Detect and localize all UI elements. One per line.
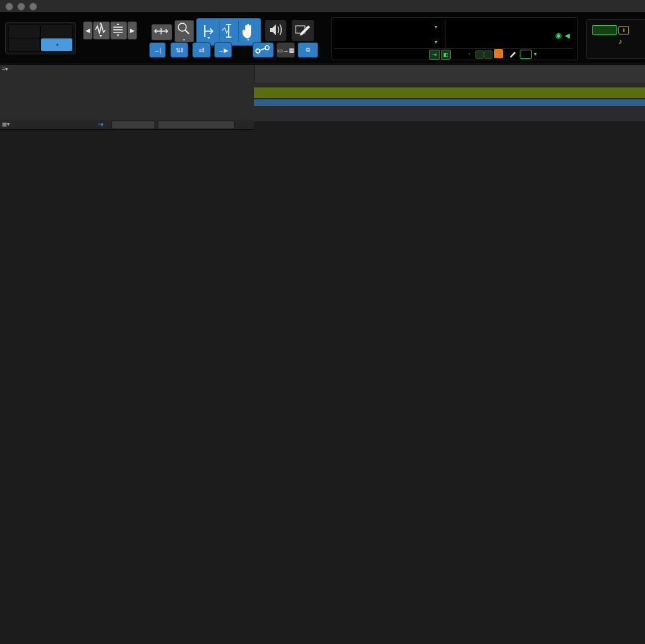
speaker-icon: [266, 21, 284, 39]
tempo-ruler-bar[interactable]: [254, 87, 645, 98]
chevron-down-icon[interactable]: ▼: [533, 52, 538, 56]
trim-tool-icon: [200, 21, 218, 41]
titlebar: [0, 0, 645, 13]
mode-shuffle-button[interactable]: [8, 25, 40, 38]
location-counters: ▼ ▼ ⇥ ◧ ◔ ▼: [331, 17, 578, 60]
grid-nudge-panel: ‖ ♪: [586, 19, 645, 59]
track-height-zoom-button[interactable]: [110, 21, 127, 40]
zoomer-icon: [152, 25, 170, 38]
grid-value-button[interactable]: [592, 25, 617, 35]
layered-editing-button[interactable]: ⧉: [298, 42, 318, 58]
chevron-down-icon: ▼: [247, 38, 250, 42]
link-icon: [253, 43, 272, 56]
grid-value-box[interactable]: [520, 50, 532, 59]
chevron-down-icon: ▼: [182, 38, 186, 42]
chevron-down-icon: ▼: [56, 43, 60, 47]
edit-group-icon[interactable]: ◔▾: [97, 121, 103, 128]
toolbar: ▼ ◀ ▶ ▼: [0, 13, 645, 64]
ruler-menu-icon[interactable]: ≡▾: [2, 66, 8, 72]
grabber-tool-button[interactable]: ▼: [238, 21, 258, 42]
zoom-preset-cluster: [82, 44, 141, 58]
mode-spot-button[interactable]: [40, 25, 73, 38]
pro-tools-edit-window: ▼ ◀ ▶ ▼: [0, 0, 645, 644]
timeline-insertion-icon[interactable]: ⇥: [429, 50, 440, 60]
sync-icon: ◔: [467, 50, 471, 58]
insertion-to-grid-button[interactable]: ▭→▦: [276, 42, 295, 58]
sub-counter-menu-icon[interactable]: ▼: [434, 40, 438, 44]
edit-insertion-icon[interactable]: ◧: [441, 50, 451, 60]
ruler-area: ≡▾: [0, 64, 645, 121]
record-enable-icon[interactable]: ◉: [556, 31, 562, 40]
audition-button[interactable]: [265, 20, 286, 41]
meter-ruler-bar[interactable]: [254, 99, 645, 106]
mirrored-midi-edit-button[interactable]: ⇅‖: [170, 42, 188, 58]
magnifier-icon: [175, 21, 192, 38]
pencil-icon: [292, 21, 312, 39]
track-list-menu-icon[interactable]: ▦▾: [2, 121, 10, 127]
zoom-out-arrow-button[interactable]: ◀: [83, 21, 93, 40]
waveform-zoom-icon: [93, 22, 108, 38]
selector-tool-button[interactable]: [219, 21, 239, 42]
edit-mode-cluster: ▼: [5, 22, 76, 54]
track-list-header: ▦▾ ◔▾: [0, 120, 254, 130]
zoomer-tool-button[interactable]: ▼: [174, 20, 194, 42]
trim-tool-button[interactable]: [200, 21, 218, 42]
dim-indicator-icon: [484, 50, 493, 59]
main-counter-menu-icon[interactable]: ▼: [434, 25, 438, 29]
global-mute-badge[interactable]: [494, 49, 503, 58]
tab-to-transient-button[interactable]: →|: [149, 42, 166, 58]
selector-tool-icon: [219, 21, 238, 41]
window-close-button[interactable]: [5, 3, 13, 11]
edit-tools-cluster: ▼: [196, 18, 261, 46]
track-zoom-icon: [111, 22, 125, 38]
nudge-note-icon[interactable]: ♪: [618, 37, 622, 45]
rtp-header-button[interactable]: [158, 121, 235, 129]
pencil-small-icon[interactable]: [508, 50, 516, 58]
inserts-header-button[interactable]: [111, 121, 155, 129]
link-timeline-edit-button[interactable]: ≡‖: [192, 42, 211, 58]
insertion-follows-playback-button[interactable]: →▶: [214, 42, 232, 58]
grid-note-value-icon[interactable]: ‖: [618, 26, 629, 34]
waveform-zoom-button[interactable]: [93, 21, 110, 40]
zoom-in-arrow-button[interactable]: ▶: [127, 21, 137, 40]
mode-grid-button[interactable]: ▼: [40, 38, 73, 52]
link-track-edit-selection-button[interactable]: [253, 42, 274, 58]
pencil-tool-button[interactable]: [292, 20, 314, 41]
window-minimize-button[interactable]: [17, 3, 25, 11]
zoom-toggle-button[interactable]: [151, 24, 172, 40]
playback-speaker-icon[interactable]: ◀: [565, 32, 570, 39]
dim-indicator-icon: [475, 50, 484, 59]
mode-slip-button[interactable]: [8, 38, 40, 52]
window-zoom-button[interactable]: [29, 3, 37, 11]
